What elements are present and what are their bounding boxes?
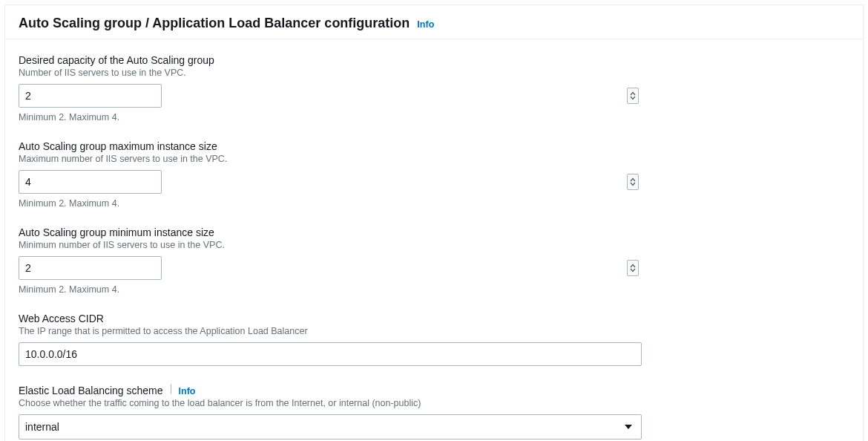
- elb-scheme-info-link[interactable]: Info: [179, 386, 196, 396]
- desired-capacity-label: Desired capacity of the Auto Scaling gro…: [19, 54, 849, 66]
- panel-title: Auto Scaling group / Application Load Ba…: [19, 16, 410, 31]
- desired-capacity-constraint: Minimum 2. Maximum 4.: [19, 112, 849, 122]
- web-access-cidr-description: The IP range that is permitted to access…: [19, 326, 849, 336]
- elb-scheme-label: Elastic Load Balancing scheme: [19, 385, 163, 396]
- config-panel: Auto Scaling group / Application Load Ba…: [4, 4, 864, 441]
- min-instance-size-description: Minimum number of IIS servers to use in …: [19, 240, 849, 250]
- panel-body: Desired capacity of the Auto Scaling gro…: [5, 39, 863, 441]
- field-web-access-cidr: Web Access CIDR The IP range that is per…: [19, 313, 849, 366]
- desired-capacity-input-wrap: [19, 84, 642, 108]
- chevron-down-icon: [630, 96, 636, 100]
- desired-capacity-input[interactable]: [19, 84, 162, 108]
- field-desired-capacity: Desired capacity of the Auto Scaling gro…: [19, 54, 849, 122]
- max-instance-size-input-wrap: [19, 170, 642, 194]
- chevron-down-icon: [630, 182, 636, 186]
- field-max-instance-size: Auto Scaling group maximum instance size…: [19, 140, 849, 209]
- min-instance-size-input[interactable]: [19, 256, 162, 280]
- max-instance-size-constraint: Minimum 2. Maximum 4.: [19, 198, 849, 209]
- web-access-cidr-input-wrap: [19, 342, 642, 366]
- max-instance-size-label: Auto Scaling group maximum instance size: [19, 140, 849, 152]
- elb-scheme-select-wrap: internal: [19, 414, 642, 440]
- max-instance-size-input[interactable]: [19, 170, 162, 194]
- min-instance-size-input-wrap: [19, 256, 642, 280]
- max-instance-size-description: Maximum number of IIS servers to use in …: [19, 154, 849, 164]
- label-info-separator: [171, 384, 171, 394]
- elb-scheme-selected-value: internal: [25, 421, 59, 433]
- field-min-instance-size: Auto Scaling group minimum instance size…: [19, 226, 849, 295]
- web-access-cidr-label: Web Access CIDR: [19, 313, 849, 324]
- elb-scheme-select[interactable]: internal: [19, 414, 642, 440]
- elb-scheme-description: Choose whether the traffic coming to the…: [19, 398, 849, 408]
- chevron-down-icon: [630, 268, 636, 272]
- panel-info-link[interactable]: Info: [417, 19, 434, 30]
- min-instance-size-label: Auto Scaling group minimum instance size: [19, 226, 849, 238]
- desired-capacity-description: Number of IIS servers to use in the VPC.: [19, 68, 849, 78]
- max-instance-size-stepper[interactable]: [627, 174, 639, 190]
- min-instance-size-stepper[interactable]: [627, 260, 639, 276]
- desired-capacity-stepper[interactable]: [627, 88, 639, 104]
- panel-header: Auto Scaling group / Application Load Ba…: [5, 5, 863, 39]
- min-instance-size-constraint: Minimum 2. Maximum 4.: [19, 284, 849, 295]
- field-elb-scheme: Elastic Load Balancing scheme Info Choos…: [19, 384, 849, 440]
- web-access-cidr-input[interactable]: [19, 342, 642, 366]
